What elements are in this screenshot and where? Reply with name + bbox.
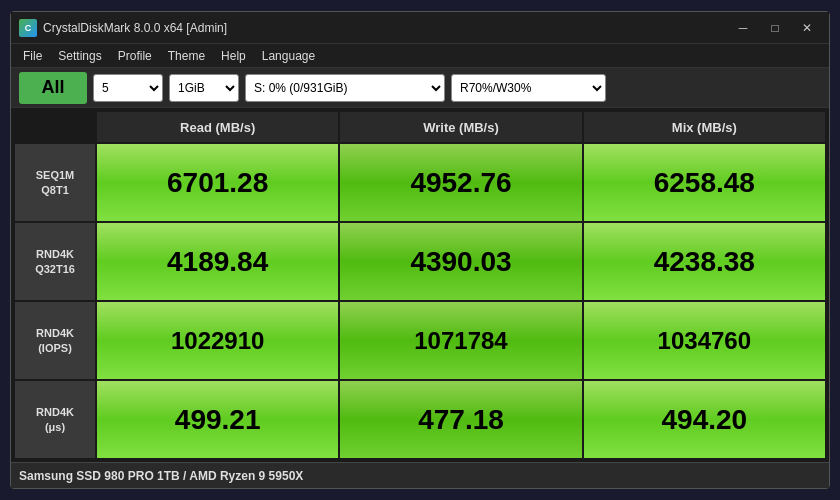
row-3-read-value: 1022910 [171,327,264,355]
titlebar-title: CrystalDiskMark 8.0.0 x64 [Admin] [43,21,227,35]
all-button[interactable]: All [19,72,87,104]
header-write: Write (MB/s) [340,112,581,142]
statusbar-text: Samsung SSD 980 PRO 1TB / AMD Ryzen 9 59… [19,469,303,483]
size-select[interactable]: 1GiB 512MiB 2GiB [169,74,239,102]
row-4-label: RND4K (μs) [15,381,95,458]
row-1-mix-value: 6258.48 [654,167,755,199]
row-1-label-line2: Q8T1 [41,183,69,197]
row-3-label: RND4K (IOPS) [15,302,95,379]
titlebar: C CrystalDiskMark 8.0.0 x64 [Admin] ─ □ … [11,12,829,44]
toolbar: All 5 1 3 1GiB 512MiB 2GiB S: 0% (0/931G… [11,68,829,108]
row-3-mix-value: 1034760 [658,327,751,355]
menu-file[interactable]: File [15,47,50,65]
row-3-write-value: 1071784 [414,327,507,355]
row-2-label-line1: RND4K [36,247,74,261]
row-2-read-value: 4189.84 [167,246,268,278]
row-4-label-line1: RND4K [36,405,74,419]
runs-select[interactable]: 5 1 3 [93,74,163,102]
maximize-button[interactable]: □ [761,18,789,38]
row-3-label-line2: (IOPS) [38,341,72,355]
bench-table: Read (MB/s) Write (MB/s) Mix (MB/s) SEQ1… [11,108,829,462]
row-1-mix: 6258.48 [584,144,825,221]
main-content: Read (MB/s) Write (MB/s) Mix (MB/s) SEQ1… [11,108,829,462]
menu-settings[interactable]: Settings [50,47,109,65]
row-4-read-value: 499.21 [175,404,261,436]
row-1-label: SEQ1M Q8T1 [15,144,95,221]
close-button[interactable]: ✕ [793,18,821,38]
menubar: File Settings Profile Theme Help Languag… [11,44,829,68]
row-4-write: 477.18 [340,381,581,458]
row-3-write: 1071784 [340,302,581,379]
row-3-label-line1: RND4K [36,326,74,340]
row-2-mix-value: 4238.38 [654,246,755,278]
app-icon: C [19,19,37,37]
menu-profile[interactable]: Profile [110,47,160,65]
row-2-read: 4189.84 [97,223,338,300]
row-2-label-line2: Q32T16 [35,262,75,276]
row-2-write-value: 4390.03 [410,246,511,278]
row-2-label: RND4K Q32T16 [15,223,95,300]
header-empty [15,112,95,142]
row-4-mix: 494.20 [584,381,825,458]
row-4-mix-value: 494.20 [662,404,748,436]
row-1-read: 6701.28 [97,144,338,221]
row-1-write: 4952.76 [340,144,581,221]
menu-help[interactable]: Help [213,47,254,65]
minimize-button[interactable]: ─ [729,18,757,38]
app-window: C CrystalDiskMark 8.0.0 x64 [Admin] ─ □ … [10,11,830,489]
row-4-read: 499.21 [97,381,338,458]
titlebar-left: C CrystalDiskMark 8.0.0 x64 [Admin] [19,19,227,37]
titlebar-controls: ─ □ ✕ [729,18,821,38]
row-4-write-value: 477.18 [418,404,504,436]
row-3-mix: 1034760 [584,302,825,379]
row-1-label-line1: SEQ1M [36,168,75,182]
row-1-write-value: 4952.76 [410,167,511,199]
row-3-read: 1022910 [97,302,338,379]
header-read: Read (MB/s) [97,112,338,142]
profile-select[interactable]: R70%/W30% [451,74,606,102]
row-2-mix: 4238.38 [584,223,825,300]
header-mix: Mix (MB/s) [584,112,825,142]
row-4-label-line2: (μs) [45,420,65,434]
menu-theme[interactable]: Theme [160,47,213,65]
menu-language[interactable]: Language [254,47,323,65]
row-1-read-value: 6701.28 [167,167,268,199]
row-2-write: 4390.03 [340,223,581,300]
drive-select[interactable]: S: 0% (0/931GiB) [245,74,445,102]
statusbar: Samsung SSD 980 PRO 1TB / AMD Ryzen 9 59… [11,462,829,488]
